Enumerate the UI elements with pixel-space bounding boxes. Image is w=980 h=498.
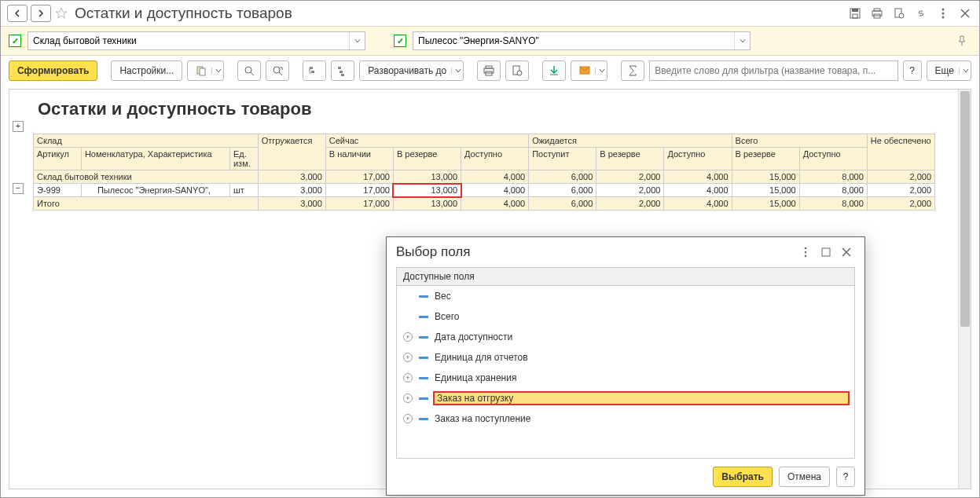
expand-to-button[interactable]: Разворачивать до bbox=[359, 60, 464, 81]
preview-icon[interactable] bbox=[891, 5, 907, 21]
field-list[interactable]: ВесВсего+Дата доступности+Единица для от… bbox=[396, 286, 855, 459]
settings-button[interactable]: Настройки... bbox=[111, 60, 182, 81]
dialog-title: Выбор поля bbox=[396, 244, 794, 260]
dialog-menu-icon[interactable] bbox=[797, 244, 814, 261]
field-row[interactable]: +Дата доступности bbox=[397, 327, 854, 347]
print-button[interactable] bbox=[477, 60, 501, 81]
field-row[interactable]: +Заказ на отгрузку bbox=[397, 388, 854, 408]
field-name: Вес bbox=[435, 291, 848, 302]
page-title: Остатки и доступность товаров bbox=[75, 5, 292, 22]
back-button[interactable] bbox=[7, 5, 28, 22]
col-in-stock: В наличии bbox=[325, 148, 393, 170]
svg-rect-16 bbox=[311, 71, 314, 73]
main-window: Остатки и доступность товаров ✓ ✓ Сформи… bbox=[0, 0, 980, 498]
expand-button[interactable] bbox=[331, 60, 354, 81]
help-button[interactable]: ? bbox=[903, 60, 922, 81]
warehouse-combo[interactable] bbox=[28, 31, 365, 50]
select-button[interactable]: Выбрать bbox=[713, 467, 773, 487]
warehouse-input[interactable] bbox=[28, 35, 349, 46]
close-icon[interactable] bbox=[957, 5, 973, 21]
field-row[interactable]: +Единица хранения bbox=[397, 368, 854, 388]
email-button[interactable] bbox=[571, 60, 607, 81]
menu-dots-icon[interactable] bbox=[935, 5, 951, 21]
field-name: Заказ на отгрузку bbox=[435, 393, 848, 404]
product-filter-checkbox[interactable]: ✓ bbox=[394, 35, 406, 47]
product-input[interactable] bbox=[413, 35, 734, 46]
dialog-help-button[interactable]: ? bbox=[836, 467, 855, 487]
save-icon[interactable] bbox=[847, 5, 863, 21]
report-title: Остатки и доступность товаров bbox=[33, 90, 956, 134]
expand-icon[interactable]: + bbox=[403, 332, 413, 342]
vertical-scrollbar[interactable] bbox=[958, 90, 971, 489]
field-type-icon bbox=[419, 377, 428, 379]
expand-icon[interactable]: + bbox=[403, 394, 413, 403]
field-row[interactable]: Вес bbox=[397, 286, 854, 306]
dialog-titlebar: Выбор поля bbox=[387, 237, 864, 267]
warehouse-dropdown-button[interactable] bbox=[349, 32, 365, 49]
col-available-tot: Доступно bbox=[799, 148, 867, 170]
svg-point-7 bbox=[899, 13, 904, 18]
svg-rect-19 bbox=[341, 74, 344, 76]
group-row[interactable]: Склад бытовой техники 3,000 17,000 13,00… bbox=[34, 170, 935, 184]
titlebar: Остатки и доступность товаров bbox=[1, 1, 979, 26]
col-shipped: Отгружается bbox=[258, 134, 325, 170]
field-type-icon bbox=[419, 357, 428, 359]
svg-point-10 bbox=[942, 16, 945, 19]
col-not-secured: Не обеспечено bbox=[867, 134, 934, 170]
field-row[interactable]: +Единица для отчетов bbox=[397, 347, 854, 368]
product-combo[interactable] bbox=[413, 31, 751, 50]
field-row[interactable]: +Заказ на поступление bbox=[397, 408, 854, 429]
col-available-now: Доступно bbox=[461, 148, 529, 170]
cancel-button[interactable]: Отмена bbox=[779, 467, 830, 487]
svg-rect-2 bbox=[853, 14, 857, 18]
dialog-close-icon[interactable] bbox=[838, 244, 855, 261]
field-row[interactable]: Всего bbox=[397, 306, 854, 327]
sum-button[interactable] bbox=[621, 60, 644, 81]
variants-button[interactable] bbox=[187, 60, 224, 81]
warehouse-filter-checkbox[interactable]: ✓ bbox=[9, 35, 21, 47]
expand-icon[interactable]: + bbox=[403, 414, 413, 423]
print-icon[interactable] bbox=[869, 5, 885, 21]
field-picker-dialog: Выбор поля Доступные поля ВесВсего+Дата … bbox=[386, 236, 865, 496]
expand-icon bbox=[403, 291, 413, 301]
col-unit: Ед. изм. bbox=[229, 148, 258, 170]
generate-button[interactable]: Сформировать bbox=[9, 60, 97, 81]
svg-point-28 bbox=[805, 255, 807, 258]
field-name: Заказ на поступление bbox=[435, 413, 848, 424]
forward-button[interactable] bbox=[31, 5, 51, 22]
data-row[interactable]: Э-999 Пылесос "Энергия-SANYO", шт 3,000 … bbox=[34, 184, 935, 197]
dialog-maximize-icon[interactable] bbox=[817, 244, 835, 261]
filter-bar: ✓ ✓ bbox=[1, 26, 979, 56]
svg-rect-17 bbox=[338, 67, 341, 69]
svg-point-27 bbox=[805, 251, 807, 254]
col-expected: Ожидается bbox=[529, 134, 732, 148]
field-name: Всего bbox=[435, 311, 848, 322]
highlighted-reserved-cell[interactable]: 13,000 bbox=[393, 184, 461, 197]
svg-point-26 bbox=[805, 247, 807, 250]
search-next-button[interactable] bbox=[266, 60, 289, 81]
expand-icon[interactable]: + bbox=[403, 373, 413, 383]
col-incoming: Поступит bbox=[529, 148, 596, 170]
field-list-header: Доступные поля bbox=[396, 267, 855, 286]
svg-point-9 bbox=[942, 13, 945, 15]
col-now: Сейчас bbox=[325, 134, 528, 148]
expand-all-toggle[interactable]: + bbox=[13, 121, 24, 132]
collapse-button[interactable] bbox=[303, 60, 326, 81]
favorite-icon[interactable] bbox=[54, 6, 68, 20]
filter-input[interactable] bbox=[649, 60, 897, 81]
col-reserved-tot: В резерве bbox=[732, 148, 799, 170]
group-toggle[interactable]: − bbox=[13, 183, 24, 194]
search-button[interactable] bbox=[237, 60, 261, 81]
svg-point-14 bbox=[273, 67, 280, 73]
more-button[interactable]: Еще bbox=[927, 60, 971, 81]
field-type-icon bbox=[419, 336, 428, 339]
product-dropdown-button[interactable] bbox=[734, 32, 750, 49]
field-name: Единица хранения bbox=[435, 372, 848, 383]
print-preview-button[interactable] bbox=[505, 60, 529, 81]
field-name: Единица для отчетов bbox=[435, 352, 848, 363]
expand-icon[interactable]: + bbox=[403, 353, 413, 362]
svg-rect-29 bbox=[822, 248, 830, 256]
link-icon[interactable] bbox=[913, 5, 929, 21]
pin-icon[interactable] bbox=[952, 31, 971, 50]
save-button[interactable] bbox=[542, 60, 566, 81]
